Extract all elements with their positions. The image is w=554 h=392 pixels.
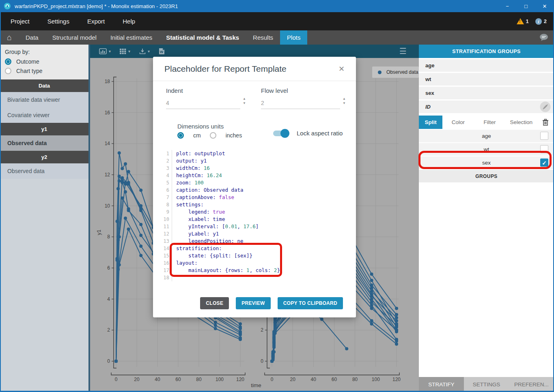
tab-results[interactable]: Results [246, 30, 280, 45]
field-input[interactable]: 4▲▼ [166, 100, 240, 109]
maximize-button[interactable]: □ [517, 0, 535, 12]
covariate-row-id[interactable]: ID [419, 101, 554, 113]
covariate-row-wt[interactable]: wt [419, 73, 554, 86]
sidebar-resizer[interactable] [88, 45, 90, 392]
group-by-option-outcome[interactable]: Outcome [5, 58, 88, 65]
checkbox-age[interactable] [540, 132, 548, 140]
strat-tab-color[interactable]: Color [442, 116, 474, 129]
group-by-option-chart-type[interactable]: Chart type [5, 68, 88, 74]
line-number: 18 [160, 274, 172, 281]
lock-aspect-toggle[interactable] [273, 131, 288, 136]
monolix-logo-icon [4, 3, 11, 9]
sidebar-item-observed-data[interactable]: Observed data [0, 163, 88, 179]
field-input[interactable]: 2▲▼ [261, 100, 340, 109]
group-by-label: Group by: [5, 49, 88, 55]
dialog-title: Placeholder for Report Template [164, 64, 287, 74]
step-down-icon[interactable]: ▼ [243, 102, 246, 105]
split-row-sex[interactable]: sex✓ [419, 156, 554, 169]
data-point [239, 327, 242, 330]
data-point [272, 358, 275, 361]
menu-item-settings[interactable]: Settings [47, 18, 69, 25]
code-text: legendPosition: ne [172, 238, 244, 245]
units-option-inches[interactable]: inches [210, 132, 251, 139]
covariate-row-age[interactable]: age [419, 59, 554, 72]
code-line: 12 yLabel: y1 [160, 230, 347, 238]
covariate-row-sex[interactable]: sex [419, 87, 554, 99]
warning-badge[interactable]: 1 [517, 18, 529, 24]
minimize-button[interactable]: − [498, 0, 517, 12]
checkbox-sex[interactable]: ✓ [540, 159, 548, 167]
code-token: 100 [194, 180, 204, 186]
template-code-editor[interactable]: 1plot: outputplot2output: y13widthCm: 16… [160, 150, 347, 281]
word-report-button[interactable]: W [159, 48, 165, 55]
code-token: 16.24 [207, 172, 222, 178]
data-point [139, 254, 142, 257]
tab-initial-estimates[interactable]: Initial estimates [103, 30, 159, 45]
copy-to-clipboard-button[interactable]: COPY TO CLIPBOARD [278, 297, 343, 309]
bottom-tab-stratify[interactable]: STRATIFY [419, 377, 464, 392]
chevron-down-icon: ▾ [128, 49, 130, 54]
info-badge[interactable]: i 2 [535, 18, 547, 25]
svg-text:18: 18 [105, 79, 110, 84]
menu-item-export[interactable]: Export [87, 18, 105, 25]
code-token: layout: [176, 260, 198, 266]
strat-tab-selection[interactable]: Selection [505, 116, 537, 129]
layout-grid-button[interactable]: ▾ [120, 48, 130, 54]
preview-button[interactable]: PREVIEW [236, 297, 270, 309]
menu-item-project[interactable]: Project [11, 18, 30, 25]
split-row-age[interactable]: age [419, 130, 554, 142]
svg-text:80: 80 [352, 377, 358, 382]
sidebar-item-covariate-viewer[interactable]: Covariate viewer [0, 107, 88, 123]
bottom-tab-preferen[interactable]: PREFEREN... [509, 377, 554, 392]
data-point [139, 244, 142, 248]
close-window-button[interactable]: ✕ [535, 0, 554, 12]
bottom-tab-settings[interactable]: SETTINGS [464, 377, 509, 392]
code-text: legend: true [172, 208, 225, 216]
sidebar-item-observed-data[interactable]: Observed data [0, 135, 88, 151]
data-point [272, 350, 276, 353]
line-number: 10 [160, 216, 172, 223]
tab-data[interactable]: Data [19, 30, 45, 45]
code-text: heightCm: 16.24 [172, 172, 222, 179]
step-up-icon[interactable]: ▲ [343, 97, 346, 101]
strat-tab-split[interactable]: Split [419, 116, 442, 129]
step-up-icon[interactable]: ▲ [243, 97, 246, 101]
line-number: 3 [160, 165, 172, 172]
menu-item-help[interactable]: Help [123, 18, 135, 25]
stepper-arrows-icon[interactable]: ▲▼ [343, 97, 346, 105]
step-down-icon[interactable]: ▼ [343, 102, 346, 105]
code-line: 7captionAbove: false [160, 194, 347, 201]
hamburger-menu-icon[interactable]: ☰ [399, 45, 407, 58]
checkbox-wt[interactable] [540, 145, 548, 153]
svg-text:120: 120 [236, 377, 244, 382]
svg-text:0: 0 [107, 358, 110, 364]
tab-plots[interactable]: Plots [280, 30, 307, 45]
data-point [121, 176, 124, 180]
code-token: heightCm: [176, 172, 207, 178]
download-button[interactable]: ▾ [139, 48, 150, 54]
line-number: 4 [160, 172, 172, 179]
chart-legend[interactable]: Observed data [372, 66, 419, 78]
close-dialog-icon[interactable]: ✕ [338, 65, 345, 73]
split-row-wt[interactable]: wt [419, 143, 554, 156]
strat-tab-filter[interactable]: Filter [474, 116, 506, 129]
chart-type-button[interactable]: ▾ [99, 48, 111, 54]
code-line: 10 xLabel: time [160, 216, 347, 223]
svg-text:20: 20 [290, 377, 296, 382]
code-token: 17.6 [244, 223, 256, 229]
sidebar-item-bivariate-data-viewer[interactable]: Bivariate data viewer [0, 92, 88, 107]
lock-aspect-label: Lock aspect ratio [297, 130, 343, 137]
tab-statistical-model-tasks[interactable]: Statistical model & Tasks [159, 30, 246, 45]
chevron-down-icon: ▾ [109, 49, 111, 54]
code-text: yInterval: [0.01, 17.6] [172, 223, 259, 230]
home-icon[interactable]: ⌂ [0, 30, 19, 45]
svg-text:8: 8 [107, 234, 110, 240]
stepper-arrows-icon[interactable]: ▲▼ [243, 97, 246, 105]
feedback-bubble-icon[interactable] [539, 30, 548, 45]
radio-label: inches [226, 132, 242, 139]
trash-icon[interactable] [537, 116, 554, 129]
sidebar-section-data: Data [0, 79, 88, 92]
close-button[interactable]: CLOSE [200, 297, 229, 309]
tab-structural-model[interactable]: Structural model [45, 30, 103, 45]
units-option-cm[interactable]: cm [177, 132, 210, 139]
